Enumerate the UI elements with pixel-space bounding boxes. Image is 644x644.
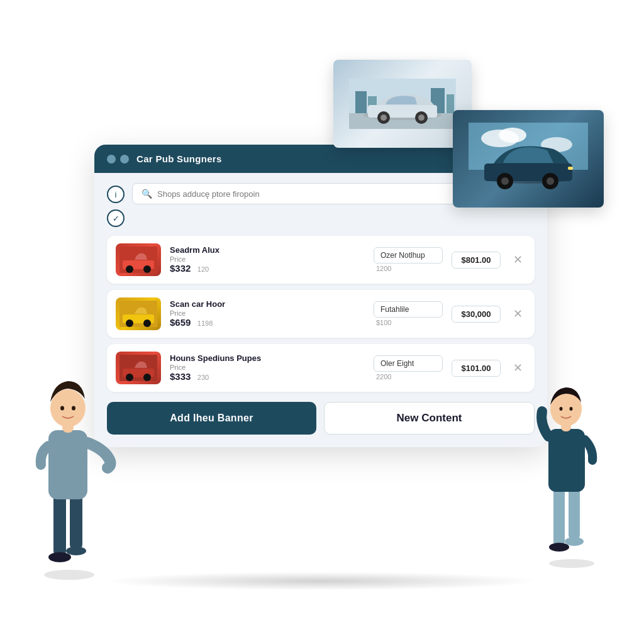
item-name-3: Houns Spediuns Pupes xyxy=(170,353,365,363)
item-field-input-2[interactable] xyxy=(374,301,443,318)
silver-car-svg xyxy=(349,79,456,129)
remove-button-3[interactable]: ✕ xyxy=(509,360,526,376)
svg-rect-37 xyxy=(70,493,82,550)
item-price-label-3: Price xyxy=(170,364,365,371)
item-info-1: Seadrm Alux Price $332 120 xyxy=(170,245,365,274)
item-field-1: 1200 xyxy=(374,247,443,272)
panel-body: i ✓ 🔍 xyxy=(94,173,547,447)
svg-rect-46 xyxy=(553,487,565,547)
svg-rect-50 xyxy=(548,429,585,492)
list-items: Seadrm Alux Price $332 120 1200 $801.00 … xyxy=(107,236,535,392)
item-field-sub-3: 2200 xyxy=(374,373,443,380)
thumb-car-svg-3 xyxy=(119,355,157,381)
search-icon: 🔍 xyxy=(142,189,152,199)
car-thumbnail-3 xyxy=(116,352,161,384)
svg-point-14 xyxy=(499,128,526,143)
panel-title: Car Pub Sungners xyxy=(136,153,222,164)
svg-rect-40 xyxy=(48,430,87,499)
item-price-label-1: Price xyxy=(170,255,365,263)
item-field-sub-2: $100 xyxy=(374,319,443,326)
svg-rect-2 xyxy=(355,91,367,113)
item-field-3: 2200 xyxy=(374,355,443,380)
item-price-3: $333 xyxy=(170,371,191,382)
item-field-sub-1: 1200 xyxy=(374,265,443,272)
item-name-2: Scan car Hoor xyxy=(170,299,365,309)
item-field-input-1[interactable] xyxy=(374,247,443,264)
car-thumbnail-1 xyxy=(116,243,161,276)
table-row: Scan car Hoor Price $659 1198 $100 $30,0… xyxy=(107,290,535,338)
dot-2 xyxy=(120,155,129,164)
table-row: Houns Spediuns Pupes Price $333 230 2200… xyxy=(107,344,535,392)
human-figure-left xyxy=(35,342,116,581)
svg-point-54 xyxy=(570,407,573,411)
svg-point-11 xyxy=(418,114,425,121)
svg-point-25 xyxy=(126,265,133,273)
floating-car-dark xyxy=(453,110,604,208)
item-count-1: 120 xyxy=(197,265,209,273)
add-banner-button[interactable]: Add Iheu Banner xyxy=(107,402,316,435)
svg-point-29 xyxy=(126,319,133,327)
item-badge-2: $30,000 xyxy=(452,306,501,323)
svg-rect-36 xyxy=(53,493,66,556)
item-name-1: Seadrm Alux xyxy=(170,245,365,255)
svg-point-33 xyxy=(126,374,133,381)
item-price-1: $332 xyxy=(170,263,191,274)
panel-footer: Add Iheu Banner New Content xyxy=(107,402,535,435)
svg-point-21 xyxy=(547,177,554,185)
human-right-svg xyxy=(537,355,606,569)
svg-point-44 xyxy=(72,406,75,411)
table-row: Seadrm Alux Price $332 120 1200 $801.00 … xyxy=(107,236,535,284)
human-left-svg xyxy=(35,342,116,581)
svg-point-26 xyxy=(143,265,151,273)
item-price-label-2: Price xyxy=(170,309,365,317)
svg-rect-5 xyxy=(447,94,454,113)
item-badge-3: $101.00 xyxy=(452,360,501,377)
svg-point-35 xyxy=(44,570,94,580)
dark-car-svg xyxy=(469,123,588,195)
remove-button-2[interactable]: ✕ xyxy=(509,306,526,322)
svg-point-19 xyxy=(501,177,509,185)
remove-button-1[interactable]: ✕ xyxy=(509,252,526,268)
check-icon[interactable]: ✓ xyxy=(107,209,125,227)
item-info-2: Scan car Hoor Price $659 1198 xyxy=(170,299,365,328)
svg-point-48 xyxy=(549,543,569,552)
item-info-3: Houns Spediuns Pupes Price $333 230 xyxy=(170,353,365,382)
item-field-input-3[interactable] xyxy=(374,355,443,372)
svg-point-39 xyxy=(66,547,86,555)
svg-point-38 xyxy=(48,552,71,562)
sidebar-icons: i ✓ xyxy=(107,183,125,227)
dot-1 xyxy=(107,155,116,164)
panel-shadow xyxy=(101,572,541,591)
car-thumbnail-2 xyxy=(116,297,161,330)
thumb-car-svg-2 xyxy=(119,301,157,327)
svg-point-49 xyxy=(565,537,584,546)
item-price-2: $659 xyxy=(170,317,191,328)
thumb-car-svg-1 xyxy=(119,247,157,273)
svg-point-30 xyxy=(143,319,151,327)
human-figure-right xyxy=(537,355,606,569)
scene: Car Pub Sungners i ✓ 🔍 xyxy=(0,0,644,644)
item-field-2: $100 xyxy=(374,301,443,326)
item-count-3: 230 xyxy=(197,374,209,381)
window-dots xyxy=(107,155,129,164)
svg-point-34 xyxy=(143,374,151,381)
item-count-2: 1198 xyxy=(197,319,213,327)
svg-rect-47 xyxy=(569,487,580,540)
floating-car-silver xyxy=(333,60,472,148)
svg-rect-22 xyxy=(568,167,573,170)
info-icon[interactable]: i xyxy=(107,186,125,203)
svg-point-53 xyxy=(560,407,563,411)
svg-point-42 xyxy=(50,389,86,427)
svg-point-9 xyxy=(380,114,387,121)
new-content-button[interactable]: New Content xyxy=(324,402,535,435)
svg-point-43 xyxy=(60,406,64,411)
item-badge-1: $801.00 xyxy=(452,252,501,269)
svg-point-45 xyxy=(549,559,594,568)
